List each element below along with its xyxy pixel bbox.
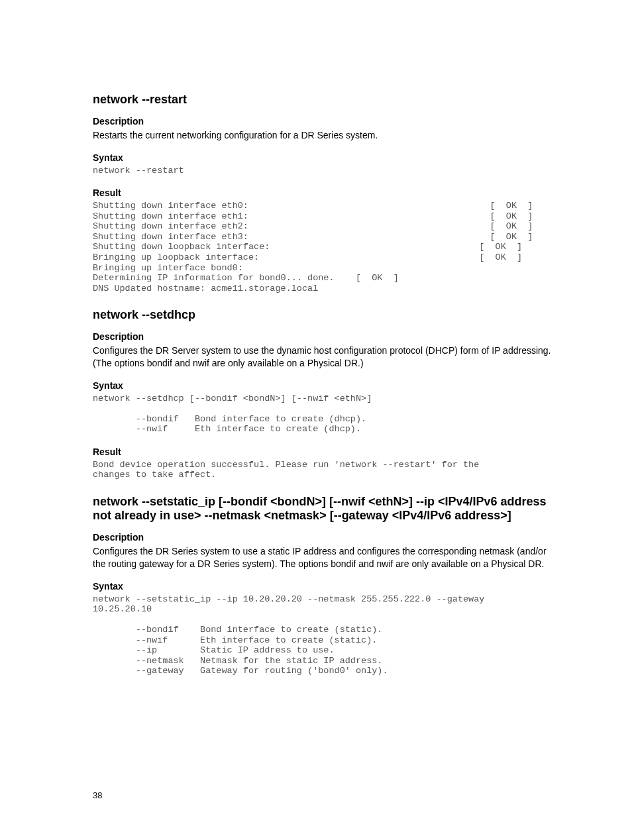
syntax-code: network --restart	[93, 166, 556, 176]
cmd-title: network --setstatic_ip [--bondif <bondN>…	[93, 495, 556, 523]
syntax-heading: Syntax	[93, 581, 556, 592]
description-heading: Description	[93, 331, 556, 342]
section-network-restart: network --restart Description Restarts t…	[93, 93, 556, 293]
result-heading: Result	[93, 446, 556, 457]
description-text: Configures the DR Series system to use a…	[93, 545, 556, 570]
description-text: Restarts the current networking configur…	[93, 129, 556, 142]
cmd-title: network --restart	[93, 93, 556, 107]
section-network-setstatic-ip: network --setstatic_ip [--bondif <bondN>…	[93, 495, 556, 676]
result-code: Bond device operation successful. Please…	[93, 460, 556, 480]
section-network-setdhcp: network --setdhcp Description Configures…	[93, 308, 556, 480]
page: network --restart Description Restarts t…	[0, 0, 632, 840]
description-heading: Description	[93, 532, 556, 543]
description-heading: Description	[93, 116, 556, 127]
result-code: Shutting down interface eth0: [ OK ] Shu…	[93, 201, 556, 293]
result-heading: Result	[93, 187, 556, 198]
syntax-code: network --setstatic_ip --ip 10.20.20.20 …	[93, 594, 556, 676]
syntax-heading: Syntax	[93, 380, 556, 391]
cmd-title: network --setdhcp	[93, 308, 556, 322]
syntax-heading: Syntax	[93, 152, 556, 163]
syntax-code: network --setdhcp [--bondif <bondN>] [--…	[93, 394, 556, 435]
description-text: Configures the DR Server system to use t…	[93, 344, 556, 370]
page-number: 38	[93, 790, 102, 800]
